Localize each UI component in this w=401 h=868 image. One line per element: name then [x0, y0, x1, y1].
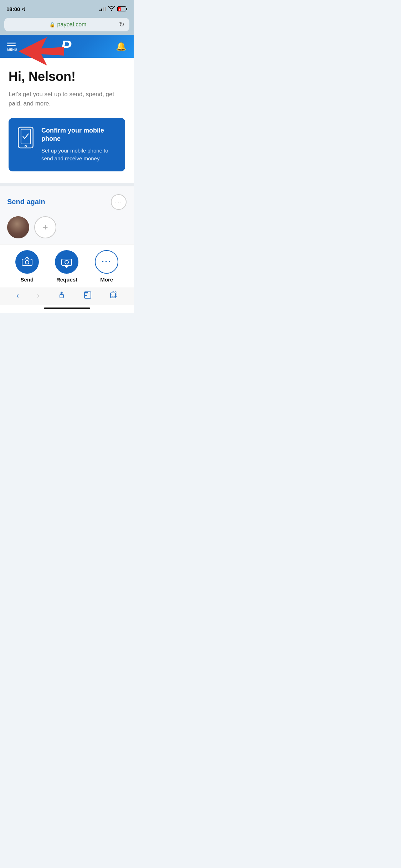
status-bar: 18:00 ◁ — [0, 0, 134, 16]
more-label: More — [100, 277, 113, 283]
address-bar-wrap: 🔒 paypal.com ↻ — [0, 16, 134, 35]
bookmarks-button[interactable] — [84, 291, 92, 301]
svg-point-10 — [25, 145, 27, 147]
send-icon-circle — [15, 250, 39, 274]
menu-button[interactable]: MENU — [7, 42, 17, 51]
reload-icon[interactable]: ↻ — [119, 21, 124, 29]
url-display[interactable]: paypal.com — [57, 21, 87, 28]
menu-label: MENU — [7, 48, 17, 51]
send-action[interactable]: Send — [15, 250, 39, 283]
navbar: MENU P 🔔 — [0, 35, 134, 58]
main-content: Hi, Nelson! Let's get you set up to send… — [0, 58, 134, 183]
svg-rect-1 — [126, 8, 127, 10]
phone-icon — [16, 126, 35, 150]
more-action[interactable]: ··· More — [95, 250, 118, 283]
back-button[interactable]: ‹ — [16, 291, 19, 300]
svg-rect-21 — [112, 292, 117, 297]
subtitle-text: Let's get you set up to send, spend, get… — [9, 90, 125, 108]
avatar-image — [7, 216, 29, 238]
location-icon: ◁ — [21, 6, 25, 11]
time-display: 18:00 — [6, 6, 20, 12]
wifi-icon — [108, 6, 115, 12]
browser-toolbar: ‹ › — [0, 287, 134, 305]
paypal-logo: P — [59, 39, 74, 54]
home-bar — [44, 308, 90, 309]
confirm-card-text: Confirm your mobile phone Set up your mo… — [41, 126, 117, 163]
confirm-card[interactable]: Confirm your mobile phone Set up your mo… — [9, 118, 125, 171]
signal-icon — [99, 7, 106, 11]
contact-avatar[interactable] — [7, 216, 29, 238]
send-again-title: Send again — [7, 198, 45, 206]
address-bar[interactable]: 🔒 paypal.com ↻ — [4, 18, 129, 31]
send-label: Send — [20, 277, 34, 283]
section-divider — [0, 183, 134, 186]
confirm-title: Confirm your mobile phone — [41, 126, 117, 143]
status-icons — [99, 6, 127, 12]
svg-text:P: P — [61, 39, 72, 54]
battery-icon — [117, 6, 127, 11]
request-icon-circle — [55, 250, 78, 274]
svg-point-12 — [25, 260, 29, 264]
svg-rect-11 — [22, 259, 32, 265]
svg-rect-14 — [62, 259, 72, 265]
send-again-header: Send again ··· — [7, 194, 127, 210]
plus-icon: + — [42, 222, 48, 233]
more-icon-circle: ··· — [95, 250, 118, 274]
share-button[interactable] — [58, 291, 66, 301]
request-action[interactable]: Request — [55, 250, 78, 283]
svg-rect-9 — [21, 129, 30, 144]
send-again-section: Send again ··· + — [0, 186, 134, 244]
svg-point-15 — [65, 260, 68, 264]
more-options-button[interactable]: ··· — [111, 194, 127, 210]
lock-icon: 🔒 — [49, 22, 55, 27]
status-time: 18:00 ◁ — [6, 6, 25, 12]
tabs-button[interactable] — [110, 291, 118, 301]
greeting-text: Hi, Nelson! — [9, 69, 125, 84]
home-indicator — [0, 305, 134, 313]
request-label: Request — [56, 277, 77, 283]
svg-rect-20 — [110, 293, 115, 298]
add-contact-button[interactable]: + — [34, 216, 56, 238]
address-center: 🔒 paypal.com — [49, 21, 87, 28]
svg-rect-17 — [60, 294, 63, 298]
bell-button[interactable]: 🔔 — [116, 41, 127, 51]
menu-line-3 — [7, 45, 16, 46]
menu-line-1 — [7, 42, 16, 42]
contact-list: + — [7, 216, 127, 238]
confirm-description: Set up your mobile phone to send and rec… — [41, 147, 117, 163]
menu-line-2 — [7, 43, 16, 44]
bottom-action-bar: Send Request ··· More — [0, 244, 134, 287]
forward-button[interactable]: › — [37, 291, 40, 300]
more-dots-icon: ··· — [115, 198, 122, 206]
more-dots-btn-icon: ··· — [102, 257, 111, 267]
